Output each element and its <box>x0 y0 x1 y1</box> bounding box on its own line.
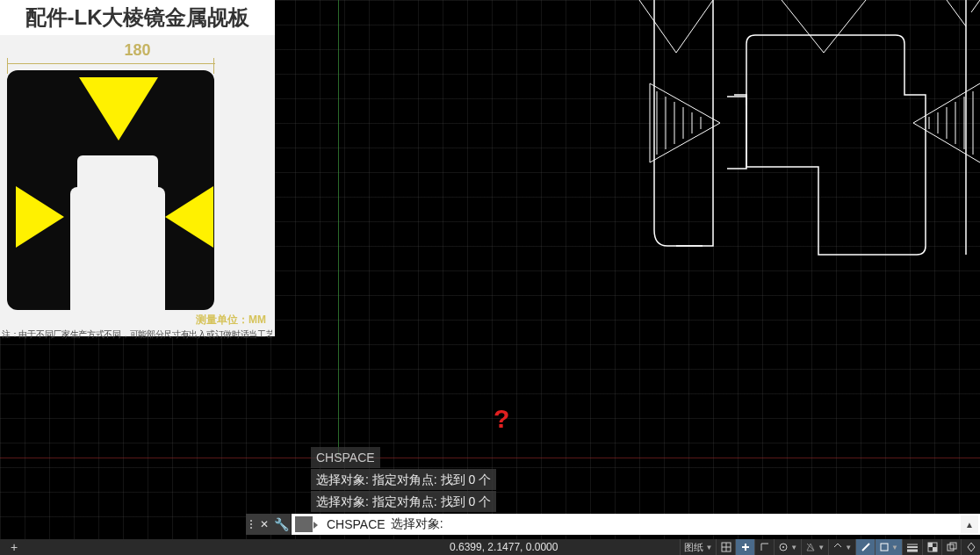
transparency-icon <box>927 542 938 552</box>
reference-title-bar: 配件-LK大棱镜金属觇板 <box>0 0 275 35</box>
reference-unit-label: 测量单位：MM <box>196 313 266 328</box>
toggle-annotation-monitor-button[interactable] <box>961 539 980 555</box>
cad-drawing-outline <box>632 0 980 263</box>
command-history-dropdown-button[interactable]: ▲ <box>961 515 978 533</box>
svg-line-8 <box>862 544 869 551</box>
status-toggle-group: 图纸▼ ▼ ▼ ▼ <box>680 539 980 555</box>
toggle-selection-cycling-button[interactable] <box>941 539 961 555</box>
polar-icon <box>778 542 789 552</box>
reference-dimension-row: 180 <box>0 35 275 70</box>
chevron-up-icon: ▲ <box>965 520 974 530</box>
chevron-down-icon: ▼ <box>890 544 898 551</box>
command-prompt-icon <box>295 516 313 532</box>
question-mark-icon: ? <box>494 404 509 434</box>
drawing-canvas[interactable]: 配件-LK大棱镜金属觇板 180 测量单位：MM 注：由于不同厂家生产方式不同，… <box>0 0 980 555</box>
triangle-right-icon <box>16 186 64 248</box>
add-layout-tab-button[interactable]: + <box>0 540 28 554</box>
toggle-polar-button[interactable]: ▼ <box>774 539 801 555</box>
toggle-osnap-button[interactable]: ▼ <box>828 539 855 555</box>
grid-icon <box>721 542 731 552</box>
toggle-isodraft-button[interactable]: ▼ <box>801 539 828 555</box>
lineweight-icon <box>906 542 919 552</box>
command-history-line-1: CHSPACE <box>311 447 380 468</box>
plus-icon: + <box>11 540 18 554</box>
close-icon: ✕ <box>260 518 269 530</box>
otrack-icon <box>861 542 871 552</box>
toggle-snap-button[interactable] <box>735 539 754 555</box>
snap-icon <box>740 542 751 552</box>
toggle-otrack-button[interactable] <box>855 539 875 555</box>
svg-rect-9 <box>881 544 888 551</box>
command-bar: ✕ 🔧 CHSPACE 选择对象: ▲ <box>246 514 980 535</box>
toggle-transparency-button[interactable] <box>922 539 941 555</box>
status-bar: + 0.6399, 2.1477, 0.0000 图纸▼ ▼ ▼ <box>0 539 980 555</box>
reference-width-label: 180 <box>124 41 150 60</box>
command-prompt-text: 选择对象: <box>391 516 443 532</box>
command-history-panel: CHSPACE 选择对象: 指定对角点: 找到 0 个 选择对象: 指定对角点:… <box>311 446 662 512</box>
reference-footnote: 注：由于不同厂家生产方式不同，可能部分尺寸有出入或订做时适当工艺 <box>2 328 272 341</box>
isodraft-icon <box>805 542 816 552</box>
command-history-line-2: 选择对象: 指定对角点: 找到 0 个 <box>311 469 496 490</box>
box3d-icon <box>879 542 890 552</box>
chevron-down-icon: ▼ <box>703 544 712 551</box>
chevron-down-icon: ▼ <box>789 544 797 551</box>
command-input-area[interactable]: CHSPACE 选择对象: ▲ <box>292 514 980 535</box>
toggle-grid-button[interactable] <box>716 539 735 555</box>
cycling-icon <box>947 542 957 552</box>
toggle-ortho-button[interactable] <box>754 539 774 555</box>
reference-title: 配件-LK大棱镜金属觇板 <box>25 4 250 32</box>
triangle-down-icon <box>79 77 158 141</box>
sheet-label[interactable]: 图纸▼ <box>680 539 716 555</box>
wrench-icon: 🔧 <box>274 517 289 531</box>
chevron-down-icon: ▼ <box>816 544 825 551</box>
toggle-lineweight-button[interactable] <box>902 539 922 555</box>
ortho-icon <box>760 542 770 552</box>
monitor-icon <box>966 542 976 552</box>
command-bar-settings-button[interactable]: 🔧 <box>272 514 292 535</box>
svg-point-6 <box>782 546 784 548</box>
dim-line <box>7 63 215 64</box>
command-history-line-3: 选择对象: 指定对角点: 找到 0 个 <box>311 491 496 512</box>
svg-line-7 <box>807 544 814 551</box>
triangle-left-icon <box>165 186 213 248</box>
cursor-coordinates: 0.6399, 2.1477, 0.0000 <box>450 541 558 553</box>
command-bar-close-button[interactable]: ✕ <box>256 514 272 535</box>
reference-image-card: 配件-LK大棱镜金属觇板 180 测量单位：MM 注：由于不同厂家生产方式不同，… <box>0 0 275 336</box>
reference-body: 测量单位：MM 注：由于不同厂家生产方式不同，可能部分尺寸有出入或订做时适当工艺 <box>0 70 275 336</box>
svg-rect-14 <box>928 543 933 547</box>
active-command-label: CHSPACE <box>327 517 386 531</box>
plate-cutout-upper <box>77 155 158 187</box>
osnap-icon <box>832 542 843 552</box>
svg-rect-15 <box>933 547 937 551</box>
command-bar-grip-handle[interactable] <box>246 514 256 535</box>
target-plate <box>7 70 214 310</box>
chevron-down-icon: ▼ <box>843 544 852 551</box>
plate-cutout-lower <box>70 187 165 310</box>
status-mid: 0.6399, 2.1477, 0.0000 <box>28 541 680 553</box>
axis-y <box>338 0 339 458</box>
toggle-3dosnap-button[interactable]: ▼ <box>875 539 902 555</box>
